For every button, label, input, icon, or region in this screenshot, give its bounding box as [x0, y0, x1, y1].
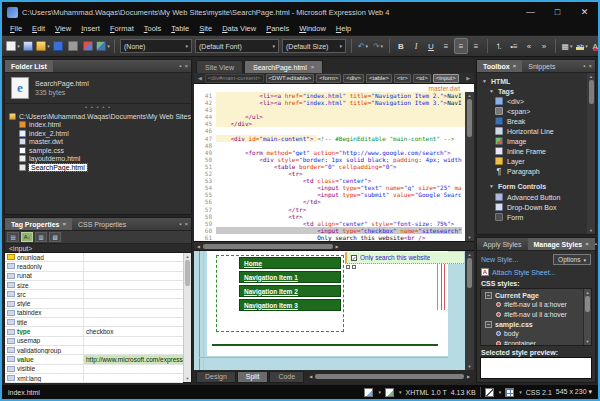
options-button[interactable]: Options▾: [553, 254, 591, 265]
property-value[interactable]: [83, 337, 183, 345]
search-checkbox-region[interactable]: ✓ Only search this website: [345, 252, 464, 264]
font-color-button[interactable]: A▾: [590, 38, 600, 54]
scroll-left-icon[interactable]: ◀: [197, 75, 203, 81]
indent-button[interactable]: »: [537, 38, 551, 54]
underline-button[interactable]: U: [424, 38, 438, 54]
view-tab-split[interactable]: Split: [237, 371, 269, 383]
code-line[interactable]: 44 </ul>: [194, 113, 465, 120]
tab-searchpage[interactable]: SearchPage.html×: [244, 60, 323, 73]
property-row[interactable]: src: [5, 290, 183, 299]
tab-site-view[interactable]: Site View: [196, 60, 243, 73]
design-view[interactable]: HomeNavigation Item 1Navigation Item 2Na…: [194, 251, 474, 370]
close-icon[interactable]: ×: [585, 241, 589, 247]
property-value[interactable]: [83, 365, 183, 373]
menu-tools[interactable]: Tools: [139, 24, 167, 33]
menu-edit[interactable]: Edit: [27, 24, 50, 33]
undo-button[interactable]: ↶▾: [356, 38, 370, 54]
scrollbar[interactable]: ▲▼: [587, 73, 595, 234]
menu-file[interactable]: File: [5, 24, 27, 33]
scrollbar[interactable]: ▲▼: [583, 289, 591, 345]
property-row[interactable]: valuehttp://www.microsoft.com/expression: [5, 355, 183, 364]
align-center-button[interactable]: ≡: [454, 38, 468, 54]
visual-aids-icon[interactable]: [485, 388, 494, 397]
maximize-button[interactable]: □: [544, 2, 571, 22]
view-tab-design[interactable]: Design: [196, 371, 236, 383]
file-item[interactable]: master.dwt: [9, 138, 191, 147]
code-line[interactable]: 57 </tr>: [194, 206, 465, 213]
menu-window[interactable]: Window: [294, 24, 331, 33]
property-row[interactable]: usemap: [5, 337, 183, 346]
attach-stylesheet-link[interactable]: Attach Style Sheet...: [492, 269, 555, 276]
outdent-button[interactable]: «: [522, 38, 536, 54]
toolbox-item[interactable]: <span>: [482, 106, 587, 116]
size-dropdown[interactable]: (Default Size)▾: [282, 39, 346, 53]
highlight-button[interactable]: ab▾: [575, 38, 589, 54]
save-button[interactable]: [51, 38, 65, 54]
property-row[interactable]: runat: [5, 272, 183, 281]
code-line[interactable]: 56 </td>: [194, 198, 465, 205]
css-schema-label[interactable]: CSS 2.1: [526, 389, 552, 396]
tab-toolbox[interactable]: Toolbox×: [477, 60, 522, 72]
toolbox-item[interactable]: Image: [482, 136, 587, 146]
property-row[interactable]: validationgroup: [5, 346, 183, 355]
style-rule[interactable]: #left-nav ul li a:hover: [481, 300, 583, 310]
toolbox-group-tags[interactable]: ▼Tags: [482, 86, 587, 96]
property-row[interactable]: size: [5, 281, 183, 290]
close-icon[interactable]: ×: [184, 63, 188, 69]
print-button[interactable]: [66, 38, 80, 54]
nav-button[interactable]: Home: [239, 257, 341, 269]
alphabetical-icon[interactable]: A↓: [21, 232, 33, 242]
file-item[interactable]: index.html: [9, 121, 191, 130]
file-item[interactable]: index_2.html: [9, 129, 191, 138]
property-row[interactable]: onunload: [5, 253, 183, 262]
collapse-icon[interactable]: −: [485, 292, 492, 299]
view-tab-code[interactable]: Code: [269, 371, 304, 383]
toolbox-item[interactable]: <div>: [482, 96, 587, 106]
toolbox-item[interactable]: Layer: [482, 156, 587, 166]
categorized-icon[interactable]: ▤: [7, 232, 19, 242]
property-value[interactable]: [83, 272, 183, 280]
redo-button[interactable]: ↷▾: [371, 38, 385, 54]
menu-panels[interactable]: Panels: [261, 24, 294, 33]
bullet-list-button[interactable]: •≡: [507, 38, 521, 54]
close-button[interactable]: ✕: [571, 2, 598, 22]
scrollbar[interactable]: ▲▼: [465, 92, 474, 241]
toolbox-group-form-controls[interactable]: ▼Form Controls: [482, 180, 587, 192]
code-line[interactable]: 55 <input type="submit" value="Google Se…: [194, 191, 465, 198]
nav-button[interactable]: Navigation Item 2: [239, 285, 341, 297]
minimize-button[interactable]: —: [517, 2, 544, 22]
toolbox-item[interactable]: Horizontal Line: [482, 126, 587, 136]
tag-chip[interactable]: <input>: [433, 74, 459, 83]
italic-button[interactable]: I: [409, 38, 423, 54]
align-left-button[interactable]: ≡: [439, 38, 453, 54]
set-properties-first-icon[interactable]: ▥: [35, 232, 47, 242]
tag-chip[interactable]: <tr>: [394, 74, 411, 83]
open-page-button[interactable]: [21, 38, 35, 54]
close-icon[interactable]: ×: [63, 221, 67, 227]
close-icon[interactable]: ×: [311, 64, 315, 70]
toolbox-group-html[interactable]: ▼HTML: [482, 76, 587, 86]
code-line[interactable]: 61 Only search this website<br />: [194, 234, 465, 241]
code-line[interactable]: 51 <table border="0" cellpadding="0">: [194, 163, 465, 170]
code-line[interactable]: 41 <li><a href="index.html" title="Navig…: [194, 92, 465, 99]
property-value[interactable]: [83, 374, 183, 382]
property-row[interactable]: readonly: [5, 262, 183, 271]
pin-icon[interactable]: ▪: [179, 221, 181, 227]
summary-icon[interactable]: ▨: [49, 232, 61, 242]
page-canvas[interactable]: HomeNavigation Item 1Navigation Item 2Na…: [207, 251, 448, 356]
code-line[interactable]: 48: [194, 142, 465, 149]
pin-icon[interactable]: ▪: [179, 63, 181, 69]
style-dropdown[interactable]: (None)▾: [120, 39, 192, 53]
open-folder-button[interactable]: ▾: [36, 38, 50, 54]
property-value[interactable]: [83, 299, 183, 307]
code-line[interactable]: 49 <form method="get" action="http://www…: [194, 149, 465, 156]
property-row[interactable]: tabindex: [5, 309, 183, 318]
property-value[interactable]: [83, 281, 183, 289]
menu-table[interactable]: Table: [166, 24, 194, 33]
nav-button[interactable]: Navigation Item 3: [239, 299, 341, 311]
toolbox-item[interactable]: Inline Frame: [482, 146, 587, 156]
style-group[interactable]: −Current Page: [481, 290, 583, 300]
code-line[interactable]: 45 </div>: [194, 120, 465, 127]
scrollbar[interactable]: ▲▼: [183, 253, 191, 382]
property-row[interactable]: title: [5, 318, 183, 327]
